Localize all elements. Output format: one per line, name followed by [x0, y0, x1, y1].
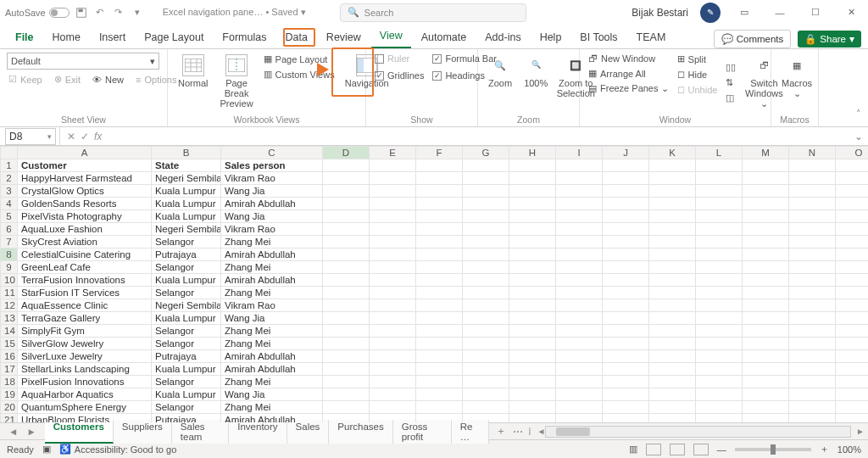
cell[interactable] [323, 414, 370, 423]
cell[interactable] [696, 210, 743, 223]
cell[interactable] [603, 198, 649, 210]
user-name[interactable]: Bijak Bestari [632, 7, 688, 19]
cell[interactable] [603, 414, 649, 423]
cell[interactable] [323, 274, 370, 287]
cell[interactable] [463, 338, 509, 350]
cell[interactable] [323, 325, 370, 338]
cell[interactable] [370, 414, 416, 423]
cell[interactable] [836, 338, 869, 350]
fx-icon[interactable]: fx [94, 131, 102, 142]
cell[interactable] [463, 223, 509, 236]
cell[interactable] [696, 299, 743, 312]
cell[interactable] [603, 312, 649, 325]
cell[interactable] [649, 338, 696, 350]
comments-button[interactable]: 💬Comments [714, 30, 792, 48]
cell[interactable] [509, 185, 556, 198]
cell[interactable]: Putrajaya [152, 249, 221, 261]
cell[interactable] [556, 287, 603, 299]
row-header[interactable]: 10 [1, 274, 18, 287]
name-box[interactable]: D8▾ [5, 128, 56, 145]
cell[interactable] [556, 312, 603, 325]
cell[interactable]: TerraGaze Gallery [18, 312, 152, 325]
cell[interactable] [463, 363, 509, 376]
cell[interactable] [649, 401, 696, 414]
cell[interactable]: SkyCrest Aviation [18, 236, 152, 249]
cell[interactable] [556, 299, 603, 312]
cell[interactable]: Kuala Lumpur [152, 312, 221, 325]
cell[interactable] [603, 274, 649, 287]
macros-button[interactable]: ▦Macros ⌄ [778, 53, 815, 100]
cell[interactable] [556, 376, 603, 388]
col-header[interactable]: O [836, 147, 869, 159]
row-header[interactable]: 15 [1, 338, 18, 350]
cell[interactable]: UrbanBloom Florists [18, 414, 152, 423]
tab-help[interactable]: Help [531, 28, 570, 48]
cell[interactable] [323, 350, 370, 363]
view-side-icon[interactable]: ▯▯ [724, 61, 737, 74]
cell[interactable] [463, 350, 509, 363]
collapse-ribbon-icon[interactable]: ˄ [856, 49, 868, 126]
cell[interactable] [463, 287, 509, 299]
new-button[interactable]: 👁New [91, 73, 125, 86]
cell[interactable] [556, 274, 603, 287]
cell[interactable] [696, 261, 743, 274]
cell[interactable] [789, 350, 836, 363]
sheet-view-dropdown[interactable]: Default▾ [7, 53, 159, 70]
cell[interactable]: SilverLuxe Jewelry [18, 350, 152, 363]
cell[interactable] [323, 249, 370, 261]
row-header[interactable]: 4 [1, 198, 18, 210]
cell[interactable] [836, 185, 869, 198]
cell[interactable] [463, 312, 509, 325]
cell[interactable] [323, 159, 370, 172]
cell[interactable] [836, 299, 869, 312]
cell[interactable]: CrystalGlow Optics [18, 185, 152, 198]
enter-formula-icon[interactable]: ✓ [81, 131, 89, 142]
cell[interactable] [416, 325, 463, 338]
cell[interactable] [649, 236, 696, 249]
zoom-out-icon[interactable]: — [717, 444, 726, 455]
tab-view[interactable]: View [371, 26, 411, 48]
cell[interactable]: Customer [18, 159, 152, 172]
cell[interactable] [416, 236, 463, 249]
cell[interactable]: SimplyFit Gym [18, 325, 152, 338]
cell[interactable] [603, 350, 649, 363]
cell[interactable] [836, 159, 869, 172]
cell[interactable] [463, 261, 509, 274]
cell[interactable] [463, 172, 509, 185]
cell[interactable] [696, 236, 743, 249]
cell[interactable] [556, 261, 603, 274]
cell[interactable] [743, 363, 789, 376]
cell[interactable] [323, 299, 370, 312]
row-header[interactable]: 17 [1, 363, 18, 376]
cell[interactable] [416, 261, 463, 274]
tab-add-ins[interactable]: Add-ins [476, 28, 529, 48]
cell[interactable]: Selangor [152, 376, 221, 388]
cell[interactable] [649, 388, 696, 401]
cell[interactable]: Zhang Mei [221, 261, 323, 274]
cell[interactable] [743, 325, 789, 338]
cell[interactable] [789, 363, 836, 376]
tab-review[interactable]: Review [318, 28, 370, 48]
cell[interactable]: AquaEssence Clinic [18, 299, 152, 312]
sheet-tab[interactable]: Purchases [329, 420, 392, 444]
cell[interactable] [509, 414, 556, 423]
cell[interactable]: PixelFusion Innovations [18, 376, 152, 388]
cell[interactable] [649, 363, 696, 376]
tab-page-layout[interactable]: Page Layout [136, 28, 212, 48]
cell[interactable] [789, 223, 836, 236]
cell[interactable]: Zhang Mei [221, 401, 323, 414]
cell[interactable] [743, 236, 789, 249]
cell[interactable] [370, 363, 416, 376]
cell[interactable]: Wang Jia [221, 185, 323, 198]
cell[interactable] [370, 172, 416, 185]
cell[interactable] [696, 223, 743, 236]
cell[interactable] [836, 210, 869, 223]
cell[interactable] [556, 198, 603, 210]
row-header[interactable]: 13 [1, 312, 18, 325]
ribbon-mode-icon[interactable]: ▭ [732, 7, 756, 18]
cell[interactable] [789, 312, 836, 325]
cell[interactable] [370, 274, 416, 287]
tab-team[interactable]: TEAM [628, 28, 675, 48]
cell[interactable] [649, 299, 696, 312]
cell[interactable] [649, 159, 696, 172]
